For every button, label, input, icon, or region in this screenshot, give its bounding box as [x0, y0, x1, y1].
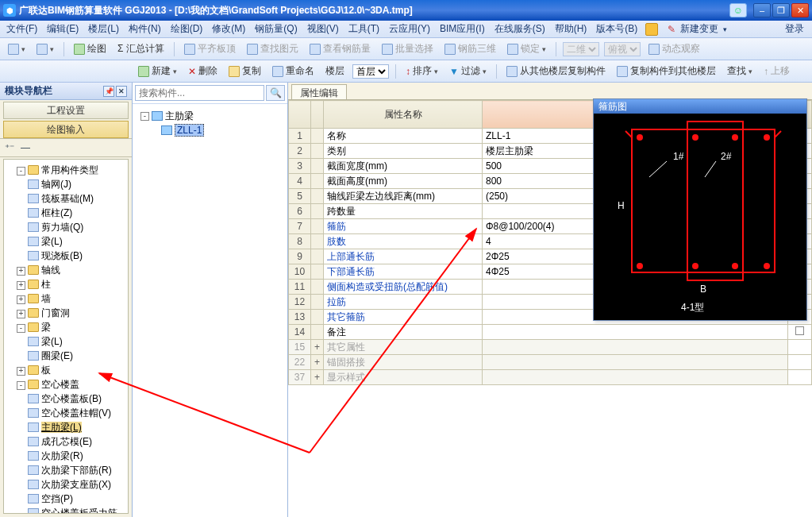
rename-button[interactable]: 重命名	[269, 63, 317, 79]
lock-button[interactable]: 锁定▾	[504, 41, 549, 57]
menu-version[interactable]: 版本号(B)	[595, 21, 639, 37]
tab-property-edit[interactable]: 属性编辑	[291, 84, 347, 99]
floor-select[interactable]: 首层	[352, 64, 389, 79]
toggle-icon[interactable]: +	[17, 310, 25, 318]
tree-item[interactable]: 空心楼盖柱帽(V)	[41, 407, 111, 419]
tree-item[interactable]: 次肋梁下部筋(R)	[41, 465, 112, 476]
table-row[interactable]: 22+锚固搭接	[289, 355, 812, 370]
copy-button[interactable]: 复制	[225, 63, 264, 79]
redo-button[interactable]: ▾	[33, 42, 57, 56]
menu-draw[interactable]: 绘图(D)	[169, 21, 205, 37]
menu-new-change[interactable]: ✎新建变更 ▾	[664, 19, 730, 39]
item-icon	[28, 451, 39, 461]
new-button[interactable]: 新建▾	[135, 63, 180, 79]
tree-item[interactable]: 框柱(Z)	[41, 207, 72, 218]
minimize-button[interactable]: –	[753, 3, 771, 17]
table-row[interactable]: 37+显示样式	[289, 370, 812, 385]
toggle-icon[interactable]: +	[17, 281, 25, 290]
tree-common-types[interactable]: 常用构件类型	[41, 164, 98, 176]
tree-item[interactable]: 筏板基础(M)	[41, 193, 94, 204]
list-item-selected[interactable]: ZLL-1	[137, 123, 283, 137]
delete-button[interactable]: ✕ 删除	[185, 63, 221, 79]
menu-online[interactable]: 在线服务(S)	[493, 21, 547, 37]
dyn-view-button[interactable]: 动态观察	[645, 41, 703, 57]
find-button[interactable]: 查找▾	[724, 63, 756, 79]
tree-item[interactable]: 次肋梁支座筋(X)	[41, 479, 111, 490]
tree-group[interactable]: 柱	[41, 279, 51, 290]
pin-icon[interactable]: 📌	[103, 86, 114, 97]
tab-draw-input[interactable]: 绘图输入	[3, 121, 129, 138]
find-elem-button[interactable]: 查找图元	[244, 41, 302, 57]
menu-cloud[interactable]: 云应用(Y)	[387, 21, 432, 37]
tree-liang[interactable]: 梁	[41, 322, 51, 333]
batch-sel-button[interactable]: 批量选择	[379, 41, 437, 57]
filter-button[interactable]: ▼过滤▾	[446, 63, 490, 79]
login-link[interactable]: 登录	[783, 21, 806, 37]
tree-item[interactable]: 圈梁(E)	[41, 350, 73, 361]
menu-component[interactable]: 构件(N)	[127, 21, 163, 37]
menu-extra-icon[interactable]	[645, 23, 658, 36]
maximize-button[interactable]: ❐	[772, 3, 790, 17]
menu-edit[interactable]: 编辑(E)	[45, 21, 80, 37]
tree-item[interactable]: 现浇板(B)	[41, 250, 83, 261]
search-button[interactable]: 🔍	[266, 85, 285, 101]
nav-close-icon[interactable]: ✕	[116, 86, 127, 97]
tree-item[interactable]: 梁(L)	[41, 336, 63, 347]
drawing-button[interactable]: 绘图	[71, 41, 110, 57]
tree-group[interactable]: 门窗洞	[41, 307, 70, 318]
tree-item[interactable]: 剪力墙(Q)	[41, 222, 83, 233]
menu-file[interactable]: 文件(F)	[5, 21, 39, 37]
copy-to-other-button[interactable]: 复制构件到其他楼层	[614, 63, 719, 79]
sum-calc-button[interactable]: Σ 汇总计算	[114, 41, 167, 57]
expand-icon[interactable]: ⁺⁻	[5, 142, 14, 153]
tree-group[interactable]: 墙	[41, 293, 51, 304]
nav-mini-toolbar: ⁺⁻ —	[0, 138, 132, 157]
list-root[interactable]: -主肋梁	[137, 109, 283, 123]
menu-rebar[interactable]: 钢筋量(Q)	[253, 21, 298, 37]
undo-button[interactable]: ▾	[5, 42, 29, 56]
rebar-3d-button[interactable]: 钢筋三维	[441, 41, 499, 57]
tree-item[interactable]: 成孔芯模(E)	[41, 436, 92, 447]
list-root-label: 主肋梁	[165, 110, 194, 122]
tree-item-selected[interactable]: 主肋梁(L)	[41, 422, 82, 433]
tree-hollow[interactable]: 空心楼盖	[41, 379, 79, 390]
tree-item[interactable]: 轴网(J)	[41, 179, 71, 190]
toggle-icon[interactable]: -	[17, 324, 25, 333]
view2d-select[interactable]: 二维	[563, 42, 599, 56]
tree-ban[interactable]: 板	[41, 365, 51, 376]
menu-bim[interactable]: BIM应用(I)	[438, 21, 487, 37]
tree-item[interactable]: 梁(L)	[41, 236, 63, 247]
tree-group[interactable]: 轴线	[41, 264, 60, 276]
tree-item[interactable]: 空挡(P)	[41, 493, 73, 504]
menu-help[interactable]: 帮助(H)	[553, 21, 589, 37]
toggle-icon[interactable]: -	[17, 381, 25, 390]
floor-button[interactable]: 楼层	[322, 63, 348, 79]
toggle-icon[interactable]: +	[17, 295, 25, 304]
tree-item[interactable]: 空心楼盖板(B)	[41, 393, 102, 404]
move-up-button[interactable]: ↑上移	[760, 63, 793, 79]
component-tree[interactable]: -常用构件类型 轴网(J) 筏板基础(M) 框柱(Z) 剪力墙(Q) 梁(L) …	[3, 159, 129, 514]
search-input[interactable]	[135, 85, 264, 101]
tree-item[interactable]: 次肋梁(R)	[41, 450, 83, 461]
flat-top-button[interactable]: 平齐板顶	[181, 41, 239, 57]
toggle-icon[interactable]: +	[17, 267, 25, 276]
sort-button[interactable]: ↕排序▾	[402, 63, 441, 79]
menu-view[interactable]: 视图(V)	[306, 21, 341, 37]
copy-from-other-button[interactable]: 从其他楼层复制构件	[503, 63, 609, 79]
component-list-tree[interactable]: -主肋梁 ZLL-1	[133, 104, 287, 517]
table-row[interactable]: 15+其它属性	[289, 340, 812, 355]
tab-project-settings[interactable]: 工程设置	[3, 102, 129, 119]
helper-icon[interactable]: ☺	[729, 3, 747, 17]
window-titlebar: ⬢ 广联达BIM钢筋算量软件 GGJ2013 - [D:\我的文档\GrandS…	[0, 0, 812, 21]
view-rebar-button[interactable]: 查看钢筋量	[306, 41, 374, 57]
menu-floor[interactable]: 楼层(L)	[87, 21, 121, 37]
menu-tool[interactable]: 工具(T)	[347, 21, 381, 37]
toggle-icon[interactable]: -	[17, 167, 25, 176]
tree-item[interactable]: 空心楼盖板受力筋	[41, 507, 117, 514]
collapse-icon[interactable]: —	[21, 142, 30, 153]
table-row[interactable]: 14备注	[289, 325, 812, 340]
toggle-icon[interactable]: +	[17, 367, 25, 376]
bird-select[interactable]: 俯视	[604, 42, 641, 56]
close-button[interactable]: ✕	[791, 3, 809, 17]
menu-modify[interactable]: 修改(M)	[210, 21, 247, 37]
